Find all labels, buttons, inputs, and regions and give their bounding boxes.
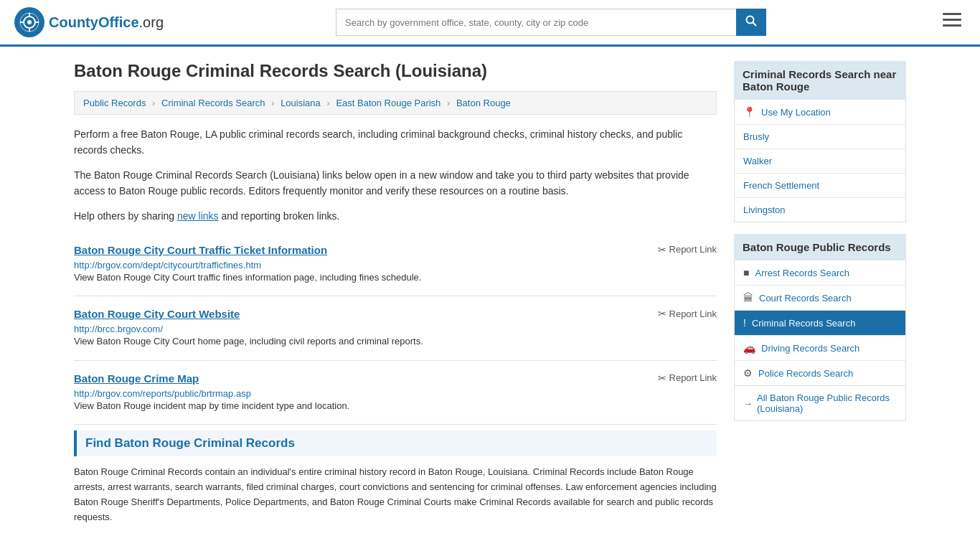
svg-point-2 [27, 20, 32, 24]
desc-para-3-suffix: and reporting broken links. [219, 210, 340, 222]
sidebar-icon-4: ⚙ [743, 367, 753, 379]
sidebar-public-records-section: Baton Rouge Public Records ■ Arrest Reco… [734, 234, 906, 421]
record-item: Baton Rouge City Court Website ✂ Report … [74, 296, 717, 361]
sidebar: Criminal Records Search near Baton Rouge… [734, 61, 906, 525]
desc-para-1: Perform a free Baton Rouge, LA public cr… [74, 126, 717, 159]
find-section-title: Find Baton Rouge Criminal Records [74, 430, 717, 456]
sidebar-pr-label-4: Police Records Search [758, 368, 853, 379]
all-records-label: All Baton Rouge Public Records (Louisian… [757, 392, 897, 414]
sidebar-nearby-list: 📍Use My LocationBruslyWalkerFrench Settl… [734, 100, 906, 222]
record-item-header: Baton Rouge Crime Map ✂ Report Link [74, 372, 717, 385]
report-icon-0: ✂ [658, 244, 666, 255]
breadcrumb-sep-3: › [326, 98, 329, 108]
sidebar-pr-label-0: Arrest Records Search [755, 268, 849, 278]
logo-area: CountyOffice.org [14, 7, 164, 37]
sidebar-public-records-item: 🏛 Court Records Search [735, 286, 905, 311]
sidebar-public-records-item: 🚗 Driving Records Search [735, 336, 905, 361]
sidebar-public-records-item: ⚙ Police Records Search [735, 361, 905, 385]
sidebar-pr-link-2[interactable]: ! Criminal Records Search [735, 311, 905, 335]
new-links-link[interactable]: new links [177, 210, 219, 222]
record-item: Baton Rouge Crime Map ✂ Report Link http… [74, 361, 717, 425]
nearby-location-link-3[interactable]: French Settlement [735, 174, 905, 197]
svg-rect-10 [943, 19, 961, 21]
report-link-button-0[interactable]: ✂ Report Link [658, 244, 717, 255]
search-area [336, 9, 766, 36]
find-section-body: Baton Rouge Criminal Records contain an … [74, 465, 717, 524]
record-url-0[interactable]: http://brgov.com/dept/citycourt/trafficf… [74, 260, 261, 270]
location-pin-icon: 📍 [743, 106, 755, 118]
nearby-location-link-1[interactable]: Brusly [735, 125, 905, 149]
report-icon-2: ✂ [658, 372, 666, 384]
breadcrumb-baton-rouge[interactable]: Baton Rouge [456, 98, 511, 108]
record-title-0[interactable]: Baton Rouge City Court Traffic Ticket In… [74, 244, 327, 256]
breadcrumb-criminal-records[interactable]: Criminal Records Search [161, 98, 265, 108]
all-records-arrow-icon: → [743, 398, 753, 409]
sidebar-icon-0: ■ [743, 267, 749, 278]
report-label-1: Report Link [669, 309, 717, 319]
breadcrumb-public-records[interactable]: Public Records [83, 98, 146, 108]
use-my-location-link[interactable]: 📍Use My Location [735, 100, 905, 124]
logo-icon [14, 7, 44, 37]
svg-rect-11 [943, 24, 961, 27]
sidebar-pr-link-3[interactable]: 🚗 Driving Records Search [735, 336, 905, 360]
record-item-header: Baton Rouge City Court Website ✂ Report … [74, 308, 717, 320]
sidebar-pr-link-1[interactable]: 🏛 Court Records Search [735, 286, 905, 310]
nearby-location-link-2[interactable]: Walker [735, 149, 905, 173]
report-link-button-2[interactable]: ✂ Report Link [658, 372, 717, 384]
breadcrumb-sep-4: › [447, 98, 450, 108]
record-item: Baton Rouge City Court Traffic Ticket In… [74, 232, 717, 297]
record-title-2[interactable]: Baton Rouge Crime Map [74, 372, 199, 385]
sidebar-icon-2: ! [743, 317, 746, 329]
sidebar-nearby-item: Walker [735, 149, 905, 174]
record-item-header: Baton Rouge City Court Traffic Ticket In… [74, 244, 717, 256]
sidebar-nearby-item: 📍Use My Location [735, 100, 905, 125]
find-section: Find Baton Rouge Criminal Records Baton … [74, 430, 717, 524]
record-url-1[interactable]: http://brcc.brgov.com/ [74, 324, 163, 334]
svg-point-7 [747, 17, 754, 24]
all-records-link[interactable]: → All Baton Rouge Public Records (Louisi… [734, 386, 906, 421]
logo-text: CountyOffice.org [49, 14, 164, 31]
record-desc-1: View Baton Rouge City Court home page, i… [74, 336, 423, 347]
sidebar-icon-3: 🚗 [743, 342, 755, 354]
main-content: Baton Rouge Criminal Records Search (Lou… [74, 61, 717, 525]
sidebar-nearby-title: Criminal Records Search near Baton Rouge [734, 61, 906, 100]
record-desc-0: View Baton Rouge City Court traffic fine… [74, 272, 421, 283]
sidebar-pr-label-2: Criminal Records Search [752, 318, 856, 329]
sidebar-nearby-item: Brusly [735, 125, 905, 149]
page-title: Baton Rouge Criminal Records Search (Lou… [74, 61, 717, 81]
sidebar-pr-link-0[interactable]: ■ Arrest Records Search [735, 260, 905, 285]
record-desc-2: View Baton Rouge incident map by time in… [74, 400, 349, 411]
sidebar-pr-label-3: Driving Records Search [761, 343, 859, 354]
breadcrumb: Public Records › Criminal Records Search… [74, 91, 717, 115]
search-button[interactable] [736, 9, 766, 36]
desc-para-2: The Baton Rouge Criminal Records Search … [74, 167, 717, 199]
nearby-location-link-4[interactable]: Livingston [735, 198, 905, 222]
sidebar-nearby-item: French Settlement [735, 174, 905, 198]
menu-button[interactable] [938, 13, 966, 32]
breadcrumb-louisiana[interactable]: Louisiana [281, 98, 321, 108]
content-wrapper: Baton Rouge Criminal Records Search (Lou… [60, 47, 920, 540]
sidebar-public-records-title: Baton Rouge Public Records [734, 234, 906, 260]
sidebar-nearby-section: Criminal Records Search near Baton Rouge… [734, 61, 906, 222]
records-list: Baton Rouge City Court Traffic Ticket In… [74, 232, 717, 425]
breadcrumb-east-baton-rouge[interactable]: East Baton Rouge Parish [336, 98, 440, 108]
breadcrumb-sep-1: › [152, 98, 155, 108]
sidebar-public-records-item: ! Criminal Records Search [735, 311, 905, 336]
sidebar-pr-label-1: Court Records Search [759, 293, 852, 303]
desc-para-3: Help others by sharing new links and rep… [74, 208, 717, 224]
report-icon-1: ✂ [658, 308, 666, 319]
site-header: CountyOffice.org [0, 0, 980, 47]
sidebar-icon-1: 🏛 [743, 292, 753, 303]
sidebar-pr-link-4[interactable]: ⚙ Police Records Search [735, 361, 905, 385]
desc-para-3-prefix: Help others by sharing [74, 210, 177, 222]
breadcrumb-sep-2: › [271, 98, 274, 108]
sidebar-nearby-item: Livingston [735, 198, 905, 222]
report-label-0: Report Link [669, 244, 717, 255]
svg-line-8 [753, 23, 757, 27]
report-link-button-1[interactable]: ✂ Report Link [658, 308, 717, 319]
sidebar-public-records-list: ■ Arrest Records Search 🏛 Court Records … [734, 260, 906, 386]
search-input[interactable] [336, 9, 736, 36]
sidebar-public-records-item: ■ Arrest Records Search [735, 260, 905, 286]
record-url-2[interactable]: http://brgov.com/reports/public/brtrmap.… [74, 388, 251, 399]
record-title-1[interactable]: Baton Rouge City Court Website [74, 308, 240, 320]
